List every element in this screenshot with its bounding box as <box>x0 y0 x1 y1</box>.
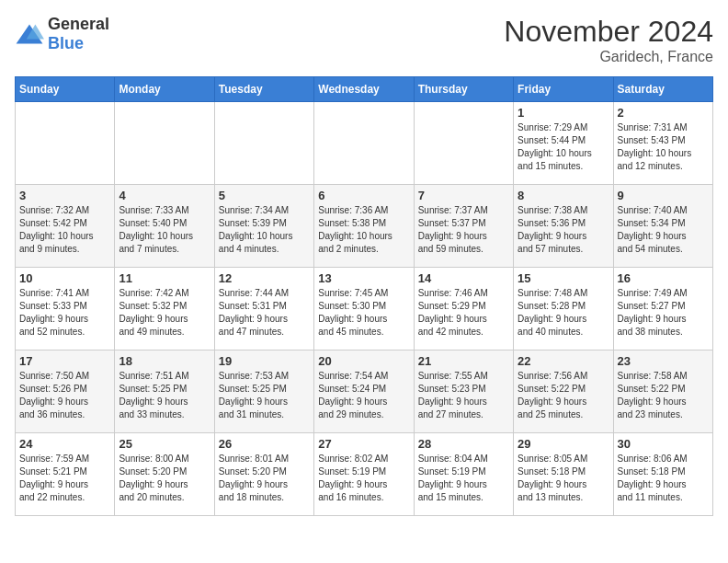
calendar-cell: 16Sunrise: 7:49 AM Sunset: 5:27 PM Dayli… <box>613 268 712 350</box>
calendar-table: SundayMondayTuesdayWednesdayThursdayFrid… <box>15 76 713 516</box>
calendar-week-1: 1Sunrise: 7:29 AM Sunset: 5:44 PM Daylig… <box>16 102 713 185</box>
weekday-header-thursday: Thursday <box>414 77 513 102</box>
calendar-cell: 12Sunrise: 7:44 AM Sunset: 5:31 PM Dayli… <box>214 268 313 350</box>
day-number: 17 <box>19 354 110 368</box>
day-number: 7 <box>418 189 509 202</box>
title-area: November 2024 Garidech, France <box>504 15 713 65</box>
day-number: 18 <box>119 354 210 368</box>
weekday-header-sunday: Sunday <box>16 77 115 102</box>
calendar-cell: 24Sunrise: 7:59 AM Sunset: 5:21 PM Dayli… <box>16 433 115 516</box>
day-number: 8 <box>518 189 609 202</box>
day-info: Sunrise: 7:34 AM Sunset: 5:39 PM Dayligh… <box>219 204 310 256</box>
calendar-body: 1Sunrise: 7:29 AM Sunset: 5:44 PM Daylig… <box>16 102 713 516</box>
calendar-header: SundayMondayTuesdayWednesdayThursdayFrid… <box>16 77 713 102</box>
day-info: Sunrise: 7:41 AM Sunset: 5:33 PM Dayligh… <box>19 287 110 339</box>
calendar-cell: 10Sunrise: 7:41 AM Sunset: 5:33 PM Dayli… <box>16 268 115 350</box>
day-number: 10 <box>19 271 110 285</box>
day-number: 4 <box>119 189 210 202</box>
page-header: General Blue November 2024 Garidech, Fra… <box>15 15 713 65</box>
calendar-week-2: 3Sunrise: 7:32 AM Sunset: 5:42 PM Daylig… <box>16 185 713 268</box>
calendar-cell: 6Sunrise: 7:36 AM Sunset: 5:38 PM Daylig… <box>314 185 414 268</box>
day-info: Sunrise: 7:37 AM Sunset: 5:37 PM Dayligh… <box>418 204 509 256</box>
calendar-cell: 15Sunrise: 7:48 AM Sunset: 5:28 PM Dayli… <box>514 268 613 350</box>
calendar-week-3: 10Sunrise: 7:41 AM Sunset: 5:33 PM Dayli… <box>16 268 713 350</box>
calendar-cell <box>16 102 115 185</box>
day-info: Sunrise: 8:04 AM Sunset: 5:19 PM Dayligh… <box>418 453 509 504</box>
calendar-cell: 2Sunrise: 7:31 AM Sunset: 5:43 PM Daylig… <box>613 102 712 185</box>
calendar-week-4: 17Sunrise: 7:50 AM Sunset: 5:26 PM Dayli… <box>16 350 713 433</box>
day-number: 2 <box>618 106 709 120</box>
weekday-row: SundayMondayTuesdayWednesdayThursdayFrid… <box>16 77 713 102</box>
day-number: 14 <box>418 271 509 285</box>
location-subtitle: Garidech, France <box>504 49 713 65</box>
day-info: Sunrise: 7:59 AM Sunset: 5:21 PM Dayligh… <box>19 453 110 504</box>
calendar-cell: 7Sunrise: 7:37 AM Sunset: 5:37 PM Daylig… <box>414 185 513 268</box>
day-info: Sunrise: 7:55 AM Sunset: 5:23 PM Dayligh… <box>418 370 509 421</box>
day-number: 21 <box>418 354 509 368</box>
calendar-cell: 28Sunrise: 8:04 AM Sunset: 5:19 PM Dayli… <box>414 433 513 516</box>
weekday-header-friday: Friday <box>514 77 613 102</box>
calendar-week-5: 24Sunrise: 7:59 AM Sunset: 5:21 PM Dayli… <box>16 433 713 516</box>
day-number: 27 <box>318 437 409 451</box>
weekday-header-wednesday: Wednesday <box>314 77 414 102</box>
day-number: 5 <box>219 189 310 202</box>
calendar-cell: 3Sunrise: 7:32 AM Sunset: 5:42 PM Daylig… <box>16 185 115 268</box>
day-number: 23 <box>618 354 709 368</box>
day-number: 16 <box>618 271 709 285</box>
day-info: Sunrise: 7:38 AM Sunset: 5:36 PM Dayligh… <box>518 204 609 256</box>
day-number: 13 <box>318 271 409 285</box>
calendar-cell: 23Sunrise: 7:58 AM Sunset: 5:22 PM Dayli… <box>613 350 712 433</box>
calendar-cell: 8Sunrise: 7:38 AM Sunset: 5:36 PM Daylig… <box>514 185 613 268</box>
calendar-cell: 14Sunrise: 7:46 AM Sunset: 5:29 PM Dayli… <box>414 268 513 350</box>
calendar-cell <box>214 102 313 185</box>
day-number: 29 <box>518 437 609 451</box>
day-info: Sunrise: 7:58 AM Sunset: 5:22 PM Dayligh… <box>618 370 709 421</box>
day-number: 15 <box>518 271 609 285</box>
calendar-cell <box>115 102 214 185</box>
day-number: 24 <box>19 437 110 451</box>
day-info: Sunrise: 7:53 AM Sunset: 5:25 PM Dayligh… <box>219 370 310 421</box>
logo-icon <box>15 23 44 45</box>
day-info: Sunrise: 7:29 AM Sunset: 5:44 PM Dayligh… <box>518 121 609 173</box>
day-info: Sunrise: 7:50 AM Sunset: 5:26 PM Dayligh… <box>19 370 110 421</box>
calendar-cell: 17Sunrise: 7:50 AM Sunset: 5:26 PM Dayli… <box>16 350 115 433</box>
day-number: 22 <box>518 354 609 368</box>
calendar-cell <box>314 102 414 185</box>
calendar-cell: 25Sunrise: 8:00 AM Sunset: 5:20 PM Dayli… <box>115 433 214 516</box>
logo-general: General <box>48 15 109 33</box>
day-number: 6 <box>318 189 409 202</box>
calendar-cell: 20Sunrise: 7:54 AM Sunset: 5:24 PM Dayli… <box>314 350 414 433</box>
calendar-cell: 30Sunrise: 8:06 AM Sunset: 5:18 PM Dayli… <box>613 433 712 516</box>
calendar-cell: 27Sunrise: 8:02 AM Sunset: 5:19 PM Dayli… <box>314 433 414 516</box>
day-info: Sunrise: 7:42 AM Sunset: 5:32 PM Dayligh… <box>119 287 210 339</box>
calendar-cell: 11Sunrise: 7:42 AM Sunset: 5:32 PM Dayli… <box>115 268 214 350</box>
day-number: 28 <box>418 437 509 451</box>
day-info: Sunrise: 7:40 AM Sunset: 5:34 PM Dayligh… <box>618 204 709 256</box>
calendar-cell: 21Sunrise: 7:55 AM Sunset: 5:23 PM Dayli… <box>414 350 513 433</box>
day-info: Sunrise: 7:33 AM Sunset: 5:40 PM Dayligh… <box>119 204 210 256</box>
day-info: Sunrise: 7:56 AM Sunset: 5:22 PM Dayligh… <box>518 370 609 421</box>
day-number: 3 <box>19 189 110 202</box>
weekday-header-saturday: Saturday <box>613 77 712 102</box>
calendar-cell: 26Sunrise: 8:01 AM Sunset: 5:20 PM Dayli… <box>214 433 313 516</box>
day-info: Sunrise: 7:46 AM Sunset: 5:29 PM Dayligh… <box>418 287 509 339</box>
day-info: Sunrise: 7:51 AM Sunset: 5:25 PM Dayligh… <box>119 370 210 421</box>
day-info: Sunrise: 8:06 AM Sunset: 5:18 PM Dayligh… <box>618 453 709 504</box>
calendar-cell: 13Sunrise: 7:45 AM Sunset: 5:30 PM Dayli… <box>314 268 414 350</box>
calendar-cell: 9Sunrise: 7:40 AM Sunset: 5:34 PM Daylig… <box>613 185 712 268</box>
logo-blue: Blue <box>48 34 84 52</box>
calendar-cell <box>414 102 513 185</box>
day-info: Sunrise: 7:49 AM Sunset: 5:27 PM Dayligh… <box>618 287 709 339</box>
day-number: 25 <box>119 437 210 451</box>
calendar-cell: 29Sunrise: 8:05 AM Sunset: 5:18 PM Dayli… <box>514 433 613 516</box>
day-info: Sunrise: 7:44 AM Sunset: 5:31 PM Dayligh… <box>219 287 310 339</box>
day-number: 9 <box>618 189 709 202</box>
weekday-header-tuesday: Tuesday <box>214 77 313 102</box>
day-number: 26 <box>219 437 310 451</box>
day-info: Sunrise: 7:36 AM Sunset: 5:38 PM Dayligh… <box>318 204 409 256</box>
month-title: November 2024 <box>504 15 713 49</box>
day-info: Sunrise: 8:01 AM Sunset: 5:20 PM Dayligh… <box>219 453 310 504</box>
logo-text: General Blue <box>48 15 109 53</box>
day-info: Sunrise: 7:32 AM Sunset: 5:42 PM Dayligh… <box>19 204 110 256</box>
day-number: 19 <box>219 354 310 368</box>
